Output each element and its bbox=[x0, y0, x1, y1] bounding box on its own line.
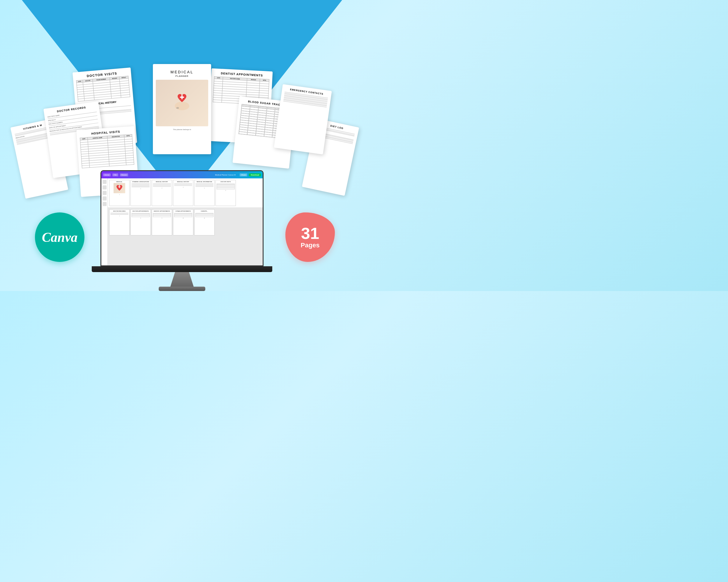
page-thumb-mh1[interactable]: MEDICAL HISTORY 3 bbox=[152, 180, 172, 206]
canva-badge-text: Canva bbox=[42, 230, 78, 245]
svg-rect-5 bbox=[118, 187, 121, 187]
page-num-5: 5 bbox=[204, 188, 205, 189]
page-label-info: MEDICAL INFORMATION bbox=[197, 181, 212, 183]
page-label-gynae: GYNAE APPOINTMENTS bbox=[176, 211, 191, 212]
sidebar-icon-1[interactable] bbox=[103, 180, 107, 184]
sidebar-icon-2[interactable] bbox=[103, 185, 107, 189]
page-num-10: 10 bbox=[183, 218, 183, 219]
planner-sub: PLANNER bbox=[156, 75, 208, 77]
pl bbox=[196, 186, 213, 186]
pl bbox=[132, 184, 150, 185]
mini-row bbox=[175, 216, 192, 217]
pl bbox=[132, 186, 150, 187]
pl bbox=[110, 214, 128, 214]
page-thumb-chiro[interactable]: CHIROPR... 11 bbox=[194, 209, 215, 235]
mini-row bbox=[196, 216, 213, 217]
svg-point-3 bbox=[176, 107, 179, 109]
monitor: Home File Resize Medical Planner Canva A… bbox=[92, 170, 272, 291]
page-thumb-cover[interactable]: MEDICAL 1 bbox=[109, 180, 130, 206]
pl bbox=[132, 187, 150, 188]
mini-table bbox=[217, 184, 235, 189]
monitor-stand bbox=[171, 272, 193, 287]
planner-image bbox=[156, 80, 208, 126]
page-lines bbox=[174, 183, 192, 186]
mini-row bbox=[217, 188, 234, 189]
page-label-dr: DOCTOR RECORDS bbox=[113, 211, 126, 212]
mini-table2 bbox=[132, 213, 150, 217]
page-num-1: 1 bbox=[119, 194, 120, 195]
page-label-chiro: CHIROPR... bbox=[201, 211, 208, 212]
monitor-section: Home File Resize Medical Planner Canva A… bbox=[92, 170, 272, 291]
page-thumb-gynae[interactable]: GYNAE APPOINTMENTS 10 bbox=[173, 209, 193, 235]
pl bbox=[110, 214, 128, 215]
heart-cross-icon bbox=[172, 93, 192, 113]
canva-badge: Canva bbox=[35, 213, 84, 262]
pl bbox=[132, 186, 150, 186]
home-button[interactable]: Home bbox=[103, 173, 111, 176]
resize-button[interactable]: Resize bbox=[120, 173, 128, 176]
page-lines bbox=[153, 183, 171, 187]
canva-sidebar bbox=[101, 178, 108, 266]
canva-doc-title: Medical Planner Canva A4 bbox=[215, 174, 236, 176]
pl bbox=[153, 186, 171, 186]
pl bbox=[153, 183, 171, 184]
canva-topbar: Home File Resize Medical Planner Canva A… bbox=[101, 171, 263, 178]
download-button[interactable]: Download bbox=[249, 173, 261, 176]
page-label-mh1: MEDICAL HISTORY bbox=[156, 181, 168, 183]
page-label-da: DOCTOR APPOINTMENTS bbox=[132, 211, 149, 212]
page-num-11: 11 bbox=[204, 218, 205, 219]
sidebar-icon-5[interactable] bbox=[103, 202, 107, 206]
page-num-4: 4 bbox=[183, 187, 183, 188]
canva-pages-row-2: DOCTOR RECORDS 7 DOCTOR APPOINTMENTS bbox=[108, 208, 263, 237]
page-thumb-dv[interactable]: DOCTOR VISITS 6 bbox=[215, 180, 236, 206]
sidebar-icon-3[interactable] bbox=[103, 191, 107, 195]
page-lines bbox=[196, 183, 213, 187]
page-thumb-info[interactable]: MEDICAL INFORMATION 5 bbox=[194, 180, 215, 206]
mini-row bbox=[132, 216, 149, 217]
page-label-vitamins: VITAMINS & MEDICATIONS bbox=[132, 181, 149, 183]
pl bbox=[132, 183, 150, 184]
page-lines bbox=[132, 183, 150, 188]
heart-icon-small bbox=[115, 184, 124, 192]
mini-table4 bbox=[174, 213, 192, 217]
canva-pages-row-1: MEDICAL 1 bbox=[108, 178, 263, 208]
pl bbox=[132, 185, 150, 185]
page-thumb-dent[interactable]: DENTIST APPOINTMENTS 9 bbox=[152, 209, 172, 235]
pl bbox=[196, 183, 213, 184]
page-label-medical: MEDICAL bbox=[116, 181, 122, 183]
pl bbox=[196, 184, 213, 185]
monitor-base bbox=[159, 287, 205, 291]
mini-table5 bbox=[196, 213, 213, 217]
canva-ui: Home File Resize Medical Planner Canva A… bbox=[101, 171, 263, 266]
page-label-mh2: MEDICAL HISTORY bbox=[177, 181, 189, 183]
page-thumb-dr[interactable]: DOCTOR RECORDS 7 bbox=[109, 209, 130, 235]
svg-point-0 bbox=[175, 102, 189, 110]
sidebar-icon-4[interactable] bbox=[103, 196, 107, 200]
planner-footer: This planner belongs to bbox=[156, 129, 208, 130]
page-label-dent: DENTIST APPOINTMENTS bbox=[154, 211, 170, 212]
pl bbox=[196, 186, 213, 187]
page-num-9: 9 bbox=[162, 218, 162, 219]
pages-badge: 31 Pages bbox=[285, 213, 335, 262]
pl bbox=[153, 184, 171, 185]
page-num-3: 3 bbox=[162, 188, 162, 189]
pl bbox=[174, 186, 192, 186]
pl bbox=[110, 213, 128, 213]
page-thumb-mh2[interactable]: MEDICAL HISTORY 4 bbox=[173, 180, 193, 206]
pl bbox=[174, 184, 192, 185]
pl bbox=[153, 185, 171, 185]
page-num-8: 8 bbox=[140, 218, 141, 219]
page-lines bbox=[110, 213, 128, 215]
file-button[interactable]: File bbox=[112, 173, 118, 176]
page-num-7: 7 bbox=[119, 216, 120, 217]
page-thumb-vitamins[interactable]: VITAMINS & MEDICATIONS 2 bbox=[130, 180, 151, 206]
pl bbox=[153, 186, 171, 187]
pages-label: Pages bbox=[301, 242, 320, 249]
page-img-cover bbox=[113, 183, 125, 193]
mini-row bbox=[153, 216, 171, 217]
mini-table3 bbox=[153, 213, 171, 217]
canva-main-area: MEDICAL 1 bbox=[108, 178, 263, 266]
share-button[interactable]: Share bbox=[240, 173, 247, 176]
medical-planner-card: MEDICAL PLANNER This planner belongs to bbox=[153, 64, 211, 154]
page-thumb-da[interactable]: DOCTOR APPOINTMENTS 8 bbox=[130, 209, 151, 235]
